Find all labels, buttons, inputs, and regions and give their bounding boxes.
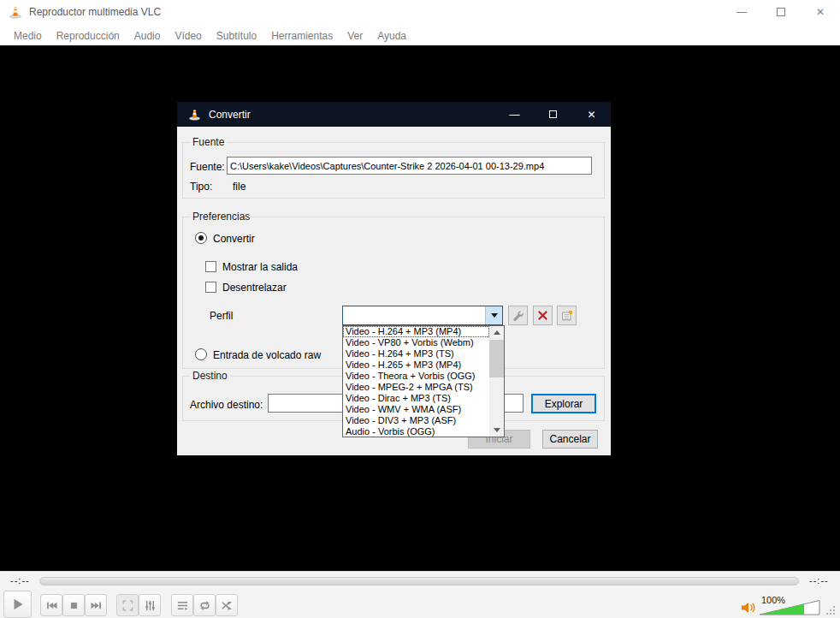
extended-settings-button[interactable] (139, 594, 161, 616)
menu-item[interactable]: Ayuda (370, 27, 413, 45)
next-icon (90, 599, 103, 612)
source-type-value: file (233, 181, 245, 193)
vlc-window: Reproductor multimedia VLC — ✕ MedioRepr… (0, 0, 840, 618)
deinterlace-label[interactable]: Desentrelazar (222, 282, 287, 294)
play-button[interactable] (3, 591, 32, 618)
delete-x-icon (537, 310, 548, 321)
volume-slider[interactable] (759, 599, 820, 615)
dialog-close-button[interactable]: ✕ (572, 102, 611, 127)
menu-item[interactable]: Reproducción (50, 27, 127, 45)
close-button[interactable]: ✕ (801, 0, 840, 24)
destination-file-label: Archivo destino: (190, 399, 263, 411)
menu-item[interactable]: Ver (340, 27, 370, 45)
source-file-input[interactable] (227, 157, 592, 175)
minimize-button[interactable]: — (722, 0, 761, 24)
delete-profile-button[interactable] (533, 306, 553, 325)
dialog-title: Convertir (209, 109, 251, 121)
scroll-down-icon[interactable] (489, 424, 504, 437)
next-button[interactable] (85, 594, 107, 616)
vlc-cone-icon (9, 5, 22, 19)
dialog-maximize-button[interactable] (534, 102, 572, 127)
profile-option[interactable]: Video - MPEG-2 + MPGA (TS) (343, 382, 489, 393)
menu-bar: MedioReproducciónAudioVídeoSubtítuloHerr… (0, 24, 840, 45)
show-output-checkbox[interactable] (205, 261, 216, 272)
profile-option[interactable]: Video - H.264 + MP3 (MP4) (343, 326, 489, 337)
convert-radio[interactable] (195, 232, 207, 244)
loop-button[interactable] (193, 594, 216, 616)
profile-option[interactable]: Video - DIV3 + MP3 (ASF) (343, 415, 489, 426)
destination-group-label: Destino (190, 370, 230, 382)
dropdown-scrollbar[interactable] (489, 326, 504, 437)
fullscreen-icon (121, 599, 134, 612)
profile-option[interactable]: Video - H.265 + MP3 (MP4) (343, 360, 489, 371)
vlc-cone-icon (188, 108, 201, 121)
deinterlace-checkbox[interactable] (205, 282, 216, 293)
dialog-titlebar: Convertir — ✕ (177, 102, 611, 127)
maximize-icon (777, 8, 785, 16)
resize-grip[interactable] (824, 603, 835, 615)
profile-combobox[interactable] (342, 306, 503, 325)
source-group-label: Fuente (190, 136, 227, 148)
menu-item[interactable]: Medio (7, 27, 49, 45)
profile-option[interactable]: Audio - Vorbis (OGG) (343, 426, 489, 437)
dialog-minimize-button[interactable]: — (495, 102, 534, 127)
playlist-button[interactable] (171, 594, 193, 616)
convert-dialog: Convertir — ✕ Fuente Fuente: Tipo: file … (177, 102, 611, 455)
previous-button[interactable] (40, 594, 62, 616)
window-controls: — ✕ (722, 0, 840, 24)
previous-icon (45, 599, 58, 612)
show-output-label[interactable]: Mostrar la salida (222, 261, 298, 273)
profile-option[interactable]: Video - WMV + WMA (ASF) (343, 404, 489, 415)
wrench-icon (512, 310, 524, 322)
profile-option[interactable]: Video - H.264 + MP3 (TS) (343, 348, 489, 360)
profile-option[interactable]: Video - Dirac + MP3 (TS) (343, 393, 489, 404)
menu-item[interactable]: Subtítulo (210, 27, 263, 45)
menu-item[interactable]: Vídeo (168, 27, 208, 45)
profile-dropdown-list: Video - H.264 + MP3 (MP4)Video - VP80 + … (342, 325, 505, 437)
volume-icon[interactable] (741, 601, 757, 615)
combobox-arrow[interactable] (485, 306, 502, 324)
scrollbar-thumb[interactable] (489, 340, 504, 377)
time-elapsed: --:-- (10, 575, 30, 585)
menu-item[interactable]: Herramientas (264, 27, 340, 45)
seek-bar[interactable] (39, 577, 799, 585)
profile-option[interactable]: Video - Theora + Vorbis (OGG) (343, 371, 489, 382)
loop-icon (198, 599, 211, 612)
player-controlbar: --:-- --:-- (0, 571, 840, 618)
preferences-group-label: Preferencias (190, 211, 252, 223)
source-file-label: Fuente: (190, 161, 225, 173)
edit-profile-button[interactable] (508, 306, 528, 325)
source-type-label: Tipo: (190, 181, 212, 193)
equalizer-icon (144, 599, 157, 612)
browse-button[interactable]: Explorar (531, 394, 596, 413)
profile-label: Perfil (210, 310, 233, 322)
menu-item[interactable]: Audio (127, 27, 168, 45)
shuffle-icon (221, 599, 234, 612)
chevron-down-icon (491, 313, 498, 318)
cancel-button[interactable]: Cancelar (542, 430, 598, 449)
raw-dump-radio[interactable] (195, 348, 207, 360)
new-profile-button[interactable] (557, 306, 577, 325)
dialog-controls: — ✕ (495, 102, 611, 127)
maximize-button[interactable] (761, 0, 801, 24)
profile-option[interactable]: Video - VP80 + Vorbis (Webm) (343, 337, 489, 348)
play-icon (10, 597, 26, 612)
stop-icon (68, 599, 80, 612)
dialog-maximize-icon (549, 110, 557, 118)
random-button[interactable] (216, 594, 238, 616)
stop-button[interactable] (62, 594, 85, 616)
time-total: --:-- (809, 575, 829, 585)
window-title: Reproductor multimedia VLC (29, 6, 161, 18)
playlist-icon (176, 599, 189, 612)
window-titlebar: Reproductor multimedia VLC — ✕ (0, 0, 840, 24)
convert-radio-label[interactable]: Convertir (213, 233, 255, 245)
raw-dump-radio-label[interactable]: Entrada de volcado raw (213, 349, 321, 361)
scroll-up-icon[interactable] (489, 326, 504, 339)
new-profile-icon (561, 310, 573, 322)
fullscreen-button[interactable] (116, 594, 139, 616)
